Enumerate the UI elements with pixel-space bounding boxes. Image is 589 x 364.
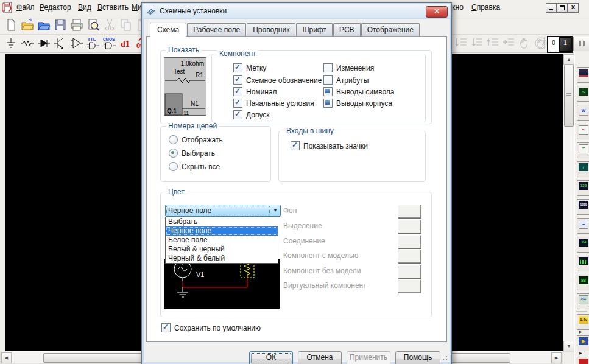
help-button[interactable]: Помощь: [395, 351, 440, 364]
ok-button[interactable]: ОК: [249, 351, 293, 364]
menu-help[interactable]: Справка: [471, 3, 500, 12]
transistors-group-icon[interactable]: [53, 36, 68, 51]
four-channel-oscilloscope-icon[interactable]: ≈: [577, 142, 589, 158]
menu-clipped[interactable]: Ми: [132, 3, 142, 12]
spectrum-analyzer-icon[interactable]: 88: [577, 275, 589, 290]
step-list-icon-1[interactable]: [454, 36, 469, 51]
checkbox-tolerance[interactable]: Допуск: [233, 110, 270, 119]
tab-workspace[interactable]: Рабочее поле: [187, 23, 246, 36]
virtual-component-button[interactable]: [398, 279, 421, 293]
minimize-icon[interactable]: [546, 3, 557, 13]
tab-wiring[interactable]: Проводник: [247, 23, 295, 36]
checkbox-show-bus-labels[interactable]: Показывать значки: [291, 141, 368, 150]
radio-hide-all[interactable]: Скрыть все: [169, 162, 220, 171]
dropdown-option-black-bg[interactable]: Черное поле: [166, 226, 278, 236]
cut-icon[interactable]: [102, 18, 117, 32]
checkbox-label[interactable]: Метку: [233, 63, 266, 72]
menu-file[interactable]: Файл: [16, 3, 35, 12]
checkbox-symbol-pins[interactable]: Выводы символа: [323, 87, 395, 96]
save-icon[interactable]: [53, 18, 68, 32]
open-folder-icon[interactable]: [37, 18, 51, 32]
tab-visibility[interactable]: Отображение: [361, 23, 420, 36]
selection-color-button[interactable]: [398, 220, 421, 233]
menu-insert[interactable]: Вставить: [97, 3, 129, 12]
radio-use-specific[interactable]: Выбирать: [169, 149, 215, 158]
wire-color-label: Соединение: [283, 237, 325, 245]
labview-dropdown-arrow-icon[interactable]: ▶: [579, 351, 582, 355]
document-icon: [2, 2, 14, 14]
vertical-scroll-thumb[interactable]: [564, 65, 574, 127]
background-color-button[interactable]: [398, 205, 421, 218]
print-preview-icon[interactable]: [86, 18, 101, 32]
tab-font[interactable]: Шрифт: [296, 23, 332, 36]
bode-plotter-icon[interactable]: /: [577, 161, 589, 177]
pause-simulation-button[interactable]: [573, 37, 589, 51]
wire-color-button[interactable]: [398, 235, 421, 248]
copy-icon[interactable]: [119, 18, 133, 32]
sources-group-icon[interactable]: [4, 36, 18, 51]
dropdown-option-custom[interactable]: Выбрать: [166, 217, 278, 226]
component-without-model-button[interactable]: [398, 265, 421, 278]
checkbox-refdes[interactable]: Схемное обозначение: [233, 75, 322, 85]
run-simulation-switch[interactable]: 0 1: [547, 36, 573, 53]
multimeter-icon[interactable]: [577, 67, 589, 83]
ttl-group-icon[interactable]: TTL: [86, 36, 101, 51]
word-generator-icon[interactable]: 1010: [577, 199, 589, 215]
dropdown-option-white-bg[interactable]: Белое поле: [166, 236, 278, 245]
basic-group-icon[interactable]: [20, 36, 35, 51]
hand-blocked-icon[interactable]: [534, 36, 548, 51]
dropdown-option-white-black[interactable]: Белый & черный: [166, 245, 278, 254]
digital-group-icon[interactable]: d1: [119, 36, 133, 51]
component-with-model-button[interactable]: [398, 250, 421, 263]
close-icon[interactable]: ×: [568, 3, 579, 13]
vertical-scrollbar[interactable]: ▲ ▼: [563, 54, 575, 352]
oscilloscope-icon[interactable]: ~: [577, 124, 589, 139]
step-list-icon-3[interactable]: [486, 36, 501, 51]
checkbox-initial-conditions[interactable]: Начальные условия: [233, 99, 314, 108]
net-names-group-label: Номера цепей: [166, 122, 219, 130]
tab-pcb[interactable]: PCB: [333, 23, 361, 36]
agilent-oscilloscope-icon[interactable]: AG: [577, 293, 589, 309]
current-probe-icon[interactable]: [577, 357, 589, 364]
cancel-button[interactable]: Отмена: [298, 351, 342, 364]
checkbox-save-as-default[interactable]: Сохранить по умолчанию: [161, 323, 261, 332]
checkbox-variants[interactable]: Изменения: [323, 63, 374, 72]
apply-button[interactable]: Применить: [347, 351, 390, 364]
labview-instrument-icon[interactable]: ▶: [577, 335, 589, 351]
step-list-icon-4[interactable]: [502, 36, 517, 51]
color-scheme-combobox[interactable]: Черное поле ▼: [165, 205, 281, 217]
tab-schema[interactable]: Схема: [150, 23, 186, 37]
checkbox-value[interactable]: Номинал: [233, 87, 277, 96]
resize-grip[interactable]: [442, 355, 448, 361]
step-list-icon-2[interactable]: [470, 36, 485, 51]
distortion-analyzer-icon[interactable]: [577, 256, 589, 271]
hand-icon[interactable]: [518, 36, 532, 51]
scroll-left-icon[interactable]: ◀: [1, 352, 12, 363]
chevron-down-icon[interactable]: ▼: [273, 205, 278, 216]
logic-analyzer-icon[interactable]: =: [577, 218, 589, 234]
new-file-icon[interactable]: [4, 18, 18, 32]
measurement-probe-icon[interactable]: 1.4v: [577, 314, 589, 330]
checkbox-footprint-pins[interactable]: Выводы корпуса: [323, 99, 392, 108]
menu-view[interactable]: Вид: [78, 3, 91, 12]
scroll-down-icon[interactable]: ▼: [563, 341, 574, 351]
scroll-up-icon[interactable]: ▲: [563, 54, 574, 65]
analog-group-icon[interactable]: [69, 36, 84, 51]
dialog-close-icon[interactable]: ✕: [426, 6, 448, 18]
iv-analyzer-icon[interactable]: .04: [577, 237, 589, 253]
scroll-right-icon[interactable]: ▶: [551, 352, 562, 363]
restore-icon[interactable]: [557, 3, 568, 13]
wattmeter-icon[interactable]: W: [577, 105, 589, 121]
diodes-group-icon[interactable]: [37, 36, 51, 51]
open-file-icon[interactable]: [20, 18, 35, 32]
probe-dropdown-arrow-icon[interactable]: ▶: [579, 329, 582, 334]
menu-edit[interactable]: Редактор: [40, 3, 71, 12]
frequency-counter-icon[interactable]: 123: [577, 180, 589, 196]
cmos-group-icon[interactable]: CMOS: [102, 36, 117, 51]
print-icon[interactable]: [69, 18, 84, 32]
radio-show-all[interactable]: Отображать: [169, 135, 223, 144]
function-generator-icon[interactable]: ~: [577, 86, 589, 102]
dialog-title-bar[interactable]: Схемные установки ✕: [143, 4, 450, 18]
dropdown-option-black-white[interactable]: Черный & белый: [166, 254, 278, 263]
checkbox-attributes[interactable]: Атрибуты: [323, 75, 369, 85]
